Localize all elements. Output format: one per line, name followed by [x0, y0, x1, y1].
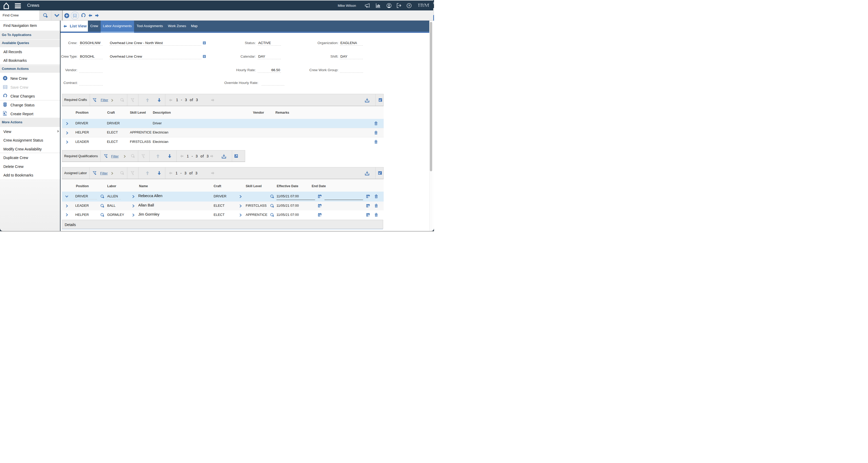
svg-text:?: ? [408, 4, 410, 7]
